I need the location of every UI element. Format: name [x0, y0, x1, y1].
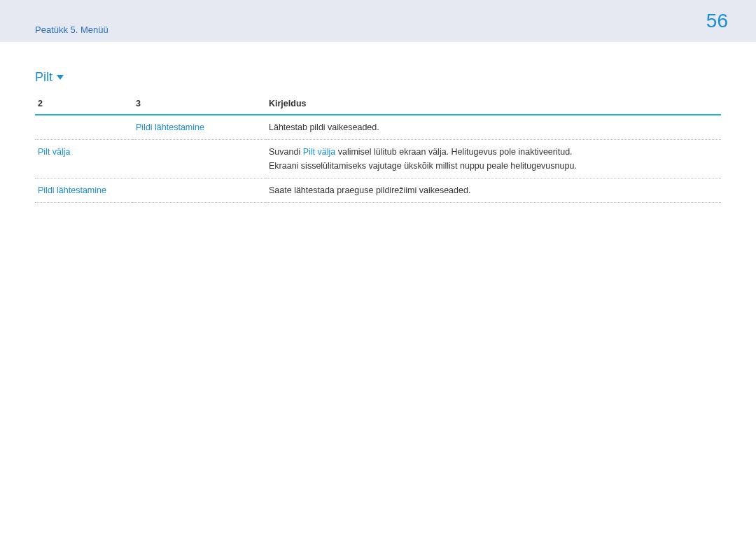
cell-col2	[35, 115, 133, 140]
cell-desc: Lähtestab pildi vaikeseaded.	[266, 115, 721, 140]
cell-col2: Pilt välja	[35, 140, 133, 178]
table-header-row: 2 3 Kirjeldus	[35, 94, 721, 115]
cell-col3: Pildi lähtestamine	[133, 115, 266, 140]
desc-text: valimisel lülitub ekraan välja. Helituge…	[335, 147, 572, 157]
header-bar: Peatükk 5. Menüü 56	[0, 0, 756, 42]
desc-text: Ekraani sisselülitamiseks vajutage ükskõ…	[269, 161, 577, 171]
breadcrumb: Peatükk 5. Menüü	[35, 24, 108, 35]
section-title: Pilt	[35, 70, 721, 85]
table-row: Pildi lähtestamine Saate lähtestada prae…	[35, 178, 721, 203]
table-row: Pildi lähtestamine Lähtestab pildi vaike…	[35, 115, 721, 140]
cell-col2: Pildi lähtestamine	[35, 178, 133, 203]
cell-desc: Suvandi Pilt välja valimisel lülitub ekr…	[266, 140, 721, 178]
content-area: Pilt 2 3 Kirjeldus Pildi lähtestamine Lä…	[0, 42, 756, 203]
desc-highlight: Pilt välja	[303, 147, 336, 157]
col-header-3: 3	[133, 94, 266, 115]
section-title-text: Pilt	[35, 70, 52, 85]
desc-text: Suvandi	[269, 147, 303, 157]
dropdown-icon	[57, 75, 64, 80]
col-header-2: 2	[35, 94, 133, 115]
cell-col3	[133, 178, 266, 203]
cell-col3	[133, 140, 266, 178]
settings-table: 2 3 Kirjeldus Pildi lähtestamine Lähtest…	[35, 94, 721, 203]
col-header-desc: Kirjeldus	[266, 94, 721, 115]
cell-desc: Saate lähtestada praeguse pildirežiimi v…	[266, 178, 721, 203]
page-number: 56	[706, 10, 728, 32]
table-row: Pilt välja Suvandi Pilt välja valimisel …	[35, 140, 721, 178]
